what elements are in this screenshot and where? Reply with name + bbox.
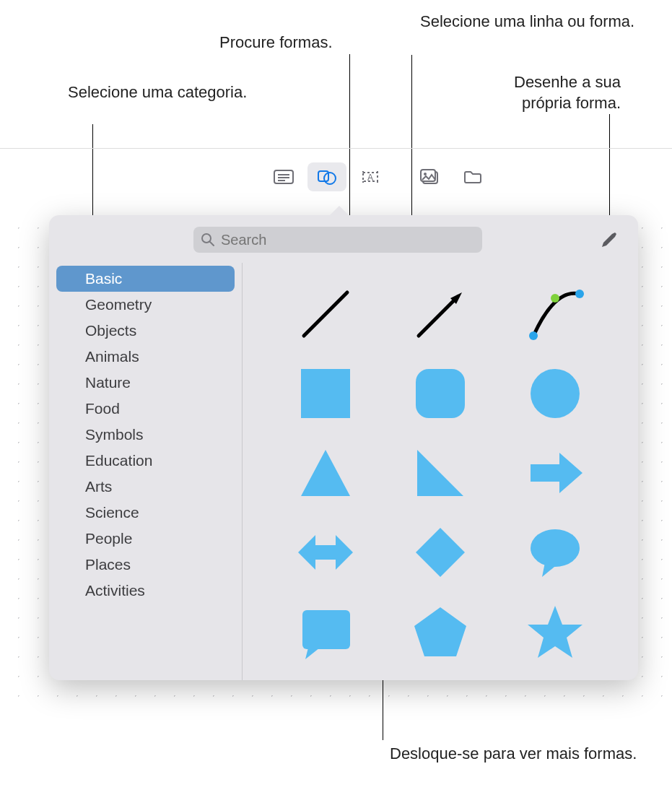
category-item-education[interactable]: Education	[56, 448, 235, 474]
category-item-animals[interactable]: Animals	[56, 344, 235, 370]
category-item-geometry[interactable]: Geometry	[56, 292, 235, 318]
tool-media[interactable]	[410, 162, 449, 191]
pen-icon	[599, 230, 619, 250]
search-icon	[201, 233, 215, 247]
svg-rect-29	[302, 610, 350, 649]
shape-speech-bubble[interactable]	[520, 518, 590, 587]
square-icon	[295, 363, 356, 424]
shape-circle[interactable]	[520, 359, 590, 428]
callout-rect-icon	[295, 601, 356, 662]
search-box[interactable]	[193, 227, 482, 253]
tool-folder[interactable]	[453, 162, 492, 191]
svg-rect-20	[416, 369, 465, 418]
shape-double-arrow[interactable]	[291, 518, 360, 587]
svg-point-10	[424, 173, 427, 175]
search-input[interactable]	[221, 232, 475, 248]
svg-marker-32	[528, 606, 582, 658]
shape-diamond[interactable]	[406, 518, 475, 587]
svg-point-17	[575, 290, 584, 298]
arrow-right-icon	[525, 443, 585, 503]
right-triangle-icon	[410, 443, 471, 503]
callout-draw: Desenhe a sua própria forma.	[505, 72, 621, 113]
svg-line-12	[210, 242, 214, 246]
triangle-icon	[295, 443, 356, 503]
popover-content: BasicGeometryObjectsAnimalsNatureFoodSym…	[49, 263, 638, 680]
shape-arrow-line[interactable]	[406, 279, 475, 349]
svg-marker-24	[531, 453, 582, 493]
svg-marker-26	[416, 528, 465, 577]
svg-point-16	[529, 331, 538, 340]
callout-search: Procure formas.	[219, 32, 333, 53]
category-sidebar: BasicGeometryObjectsAnimalsNatureFoodSym…	[49, 263, 243, 680]
leader-line	[349, 54, 350, 235]
callout-category: Selecione uma categoria.	[68, 82, 247, 103]
category-item-basic[interactable]: Basic	[56, 266, 235, 292]
toolbar: A	[0, 159, 672, 195]
svg-marker-23	[417, 450, 463, 496]
shape-pentagon[interactable]	[406, 597, 475, 666]
category-item-places[interactable]: Places	[56, 552, 235, 578]
arrow-line-icon	[410, 284, 471, 344]
draw-shape-button[interactable]	[595, 225, 624, 254]
shape-arrow-right[interactable]	[520, 438, 590, 508]
category-item-food[interactable]: Food	[56, 396, 235, 422]
search-row	[49, 215, 638, 263]
svg-point-27	[531, 529, 580, 567]
diamond-icon	[410, 522, 471, 583]
category-item-science[interactable]: Science	[56, 500, 235, 526]
shape-square[interactable]	[291, 359, 360, 428]
svg-line-13	[304, 292, 347, 336]
category-item-objects[interactable]: Objects	[56, 318, 235, 344]
svg-line-14	[419, 297, 458, 336]
shape-callout-rect[interactable]	[291, 597, 360, 666]
svg-point-18	[551, 294, 559, 303]
media-icon	[419, 168, 440, 186]
rounded-square-icon	[410, 363, 471, 424]
circle-icon	[525, 363, 585, 424]
category-item-activities[interactable]: Activities	[56, 578, 235, 604]
svg-point-11	[202, 234, 211, 243]
callout-scroll: Desloque-se para ver mais formas.	[390, 744, 637, 765]
svg-point-21	[531, 369, 580, 418]
tool-textstyle[interactable]: A	[351, 162, 390, 191]
callout-pick: Selecione uma linha ou forma.	[420, 12, 634, 32]
svg-marker-31	[414, 607, 466, 656]
svg-text:A: A	[367, 173, 373, 183]
category-item-nature[interactable]: Nature	[56, 370, 235, 396]
line-icon	[295, 284, 356, 344]
folder-icon	[463, 168, 483, 186]
shapes-popover: BasicGeometryObjectsAnimalsNatureFoodSym…	[49, 215, 638, 680]
star-icon	[525, 601, 585, 662]
shape-triangle[interactable]	[291, 438, 360, 508]
speech-bubble-icon	[525, 522, 585, 583]
shapes-icon	[317, 168, 337, 186]
category-item-people[interactable]: People	[56, 526, 235, 552]
pentagon-icon	[410, 601, 471, 662]
svg-marker-30	[305, 648, 320, 659]
tool-text-box[interactable]	[264, 162, 303, 191]
curve-line-icon	[525, 284, 585, 344]
double-arrow-icon	[295, 522, 356, 583]
textstyle-icon: A	[360, 168, 380, 186]
shape-star[interactable]	[520, 597, 590, 666]
svg-point-5	[324, 173, 336, 184]
svg-marker-22	[301, 450, 350, 496]
divider	[0, 148, 672, 149]
textbox-icon	[274, 168, 294, 186]
tool-shapes[interactable]	[307, 162, 346, 191]
svg-marker-25	[298, 535, 353, 570]
category-item-arts[interactable]: Arts	[56, 474, 235, 500]
shape-rounded-square[interactable]	[406, 359, 475, 428]
category-item-symbols[interactable]: Symbols	[56, 422, 235, 448]
svg-rect-19	[301, 369, 350, 418]
shape-curve-line[interactable]	[520, 279, 590, 349]
shape-right-triangle[interactable]	[406, 438, 475, 508]
shape-line[interactable]	[291, 279, 360, 349]
shapes-grid	[243, 263, 638, 680]
